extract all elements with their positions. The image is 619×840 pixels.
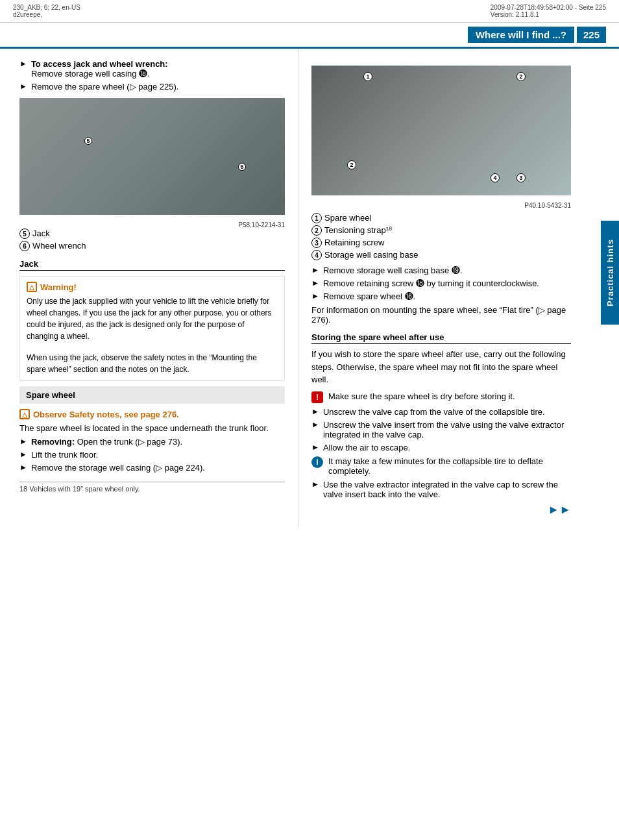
left-image-overlay: 5 6 bbox=[19, 98, 285, 215]
warning-text-2: When using the jack, observe the safety … bbox=[27, 352, 278, 375]
remove-retaining-item: ► Remove retaining screw ⓲ by turning it… bbox=[311, 278, 571, 288]
info-item: i It may take a few minutes for the coll… bbox=[311, 456, 571, 476]
right-image-label: P40.10-5432-31 bbox=[311, 202, 571, 209]
use-valve-extractor-text: Use the valve extractor integrated in th… bbox=[323, 480, 571, 499]
meta-bar: 230_AKB; 6; 22, en-USd2ureepe, 2009-07-2… bbox=[0, 0, 619, 23]
arrow-icon: ► bbox=[19, 59, 27, 68]
jack-section-title: Jack bbox=[19, 259, 285, 271]
arrow-icon-r5: ► bbox=[311, 420, 319, 429]
arrow-icon-5: ► bbox=[19, 463, 27, 472]
storing-intro: If you wish to store the spare wheel aft… bbox=[311, 348, 571, 386]
warning-icon: △ bbox=[27, 282, 37, 292]
removing-item: ► Removing: Open the trunk (▷ page 73). bbox=[19, 437, 285, 447]
storing-section-title: Storing the spare wheel after use bbox=[311, 332, 571, 344]
left-column: ► To access jack and wheel wrench: Remov… bbox=[0, 49, 298, 527]
callout-4: 4 bbox=[491, 173, 500, 182]
remove-storage-item: ► Remove the storage well casing (▷ page… bbox=[19, 463, 285, 473]
allow-air-text: Allow the air to escape. bbox=[323, 443, 410, 452]
left-image: 5 6 bbox=[19, 98, 285, 215]
page-header: Where will I find ...? 225 bbox=[0, 23, 619, 49]
lift-trunk-item: ► Lift the trunk floor. bbox=[19, 450, 285, 460]
forward-arrow: ►► bbox=[311, 503, 571, 517]
remove-spare-text: Remove spare wheel ⓰. bbox=[323, 291, 415, 301]
info-text: It may take a few minutes for the collap… bbox=[328, 456, 571, 476]
item3: 3 Retaining screw bbox=[311, 238, 571, 248]
item2: 2 Tensioning strap¹⁸ bbox=[311, 225, 571, 236]
footnote: 18 Vehicles with 19” spare wheel only. bbox=[19, 482, 285, 493]
arrow-icon-r6: ► bbox=[311, 443, 319, 452]
right-image: 1 2 2 4 3 bbox=[311, 66, 571, 195]
unscrew-valve-cap-text: Unscrew the valve cap from the valve of … bbox=[323, 407, 545, 417]
meta-left: 230_AKB; 6; 22, en-USd2ureepe, bbox=[13, 4, 80, 18]
notice-icon: ! bbox=[311, 391, 323, 403]
page-number: 225 bbox=[577, 27, 606, 43]
arrow-icon-r1: ► bbox=[311, 266, 319, 275]
info-icon: i bbox=[311, 456, 323, 468]
remove-retaining-text: Remove retaining screw ⓲ by turning it c… bbox=[323, 278, 539, 288]
warning-text-1: Only use the jack supplied with your veh… bbox=[27, 295, 278, 342]
right-image-overlay: 1 2 2 4 3 bbox=[311, 66, 571, 195]
allow-air-item: ► Allow the air to escape. bbox=[311, 443, 571, 452]
spare-wheel-intro: The spare wheel is located in the space … bbox=[19, 423, 285, 433]
access-jack-text: To access jack and wheel wrench: Remove … bbox=[31, 59, 168, 79]
arrow-icon-2: ► bbox=[19, 82, 27, 91]
circle-3: 3 bbox=[311, 238, 322, 248]
safety-icon: △ bbox=[19, 409, 30, 419]
callout-2-bot: 2 bbox=[347, 160, 356, 169]
access-jack-item: ► To access jack and wheel wrench: Remov… bbox=[19, 59, 285, 79]
arrow-icon-r3: ► bbox=[311, 291, 319, 301]
lift-trunk-text: Lift the trunk floor. bbox=[31, 450, 98, 460]
use-valve-extractor-item: ► Use the valve extractor integrated in … bbox=[311, 480, 571, 499]
remove-spare-wheel-item: ► Remove the spare wheel (▷ page 225). bbox=[19, 82, 285, 92]
remove-casing-base-item: ► Remove storage well casing base ⓳. bbox=[311, 266, 571, 275]
notice-item: ! Make sure the spare wheel is dry befor… bbox=[311, 391, 571, 403]
callout-5: 5 bbox=[84, 137, 92, 145]
removing-text: Removing: Open the trunk (▷ page 73). bbox=[31, 437, 182, 447]
warning-title: △ Warning! bbox=[27, 282, 278, 292]
right-column: 1 2 2 4 3 P40.10-5432-31 1 Spare wheel 2… bbox=[298, 49, 597, 527]
arrow-icon-r7: ► bbox=[311, 480, 319, 489]
callout-1: 1 bbox=[363, 72, 372, 81]
meta-right: 2009-07-28T18:49:58+02:00 - Seite 225Ver… bbox=[491, 4, 606, 18]
circle-6: 6 bbox=[19, 241, 30, 251]
unscrew-valve-insert-text: Unscrew the valve insert from the valve … bbox=[323, 420, 571, 439]
spare-wheel-note-box: Spare wheel bbox=[19, 386, 285, 404]
main-content: ► To access jack and wheel wrench: Remov… bbox=[0, 49, 619, 527]
arrow-icon-r2: ► bbox=[311, 278, 319, 288]
item5: 5 Jack bbox=[19, 229, 285, 239]
arrow-icon-3: ► bbox=[19, 437, 27, 446]
remove-spare-item: ► Remove spare wheel ⓰. bbox=[311, 291, 571, 301]
remove-casing-base-text: Remove storage well casing base ⓳. bbox=[323, 266, 463, 275]
callout-3: 3 bbox=[516, 173, 526, 182]
circle-1: 1 bbox=[311, 213, 322, 223]
arrow-icon-r4: ► bbox=[311, 407, 319, 416]
remove-storage-text: Remove the storage well casing (▷ page 2… bbox=[31, 463, 205, 473]
left-image-label: P58.10-2214-31 bbox=[19, 221, 285, 229]
notice-text: Make sure the spare wheel is dry before … bbox=[328, 391, 515, 401]
callout-2-top: 2 bbox=[516, 72, 526, 81]
item6: 6 Wheel wrench bbox=[19, 241, 285, 251]
circle-5: 5 bbox=[19, 229, 30, 239]
item4: 4 Storage well casing base bbox=[311, 250, 571, 260]
header-title-area: Where will I find ...? 225 bbox=[468, 27, 606, 43]
circle-4: 4 bbox=[311, 250, 322, 260]
flat-tire-ref: For information on mounting the spare wh… bbox=[311, 305, 571, 325]
sidebar-label: Practical hints bbox=[601, 221, 619, 325]
safety-note: △ Observe Safety notes, see page 276. bbox=[19, 409, 285, 419]
page-title: Where will I find ...? bbox=[468, 27, 574, 43]
callout-6: 6 bbox=[238, 163, 246, 171]
remove-spare-wheel-text: Remove the spare wheel (▷ page 225). bbox=[31, 82, 179, 92]
unscrew-valve-insert-item: ► Unscrew the valve insert from the valv… bbox=[311, 420, 571, 439]
circle-2: 2 bbox=[311, 225, 322, 236]
warning-box: △ Warning! Only use the jack supplied wi… bbox=[19, 276, 285, 381]
item1: 1 Spare wheel bbox=[311, 213, 571, 223]
arrow-icon-4: ► bbox=[19, 450, 27, 459]
unscrew-valve-cap-item: ► Unscrew the valve cap from the valve o… bbox=[311, 407, 571, 417]
